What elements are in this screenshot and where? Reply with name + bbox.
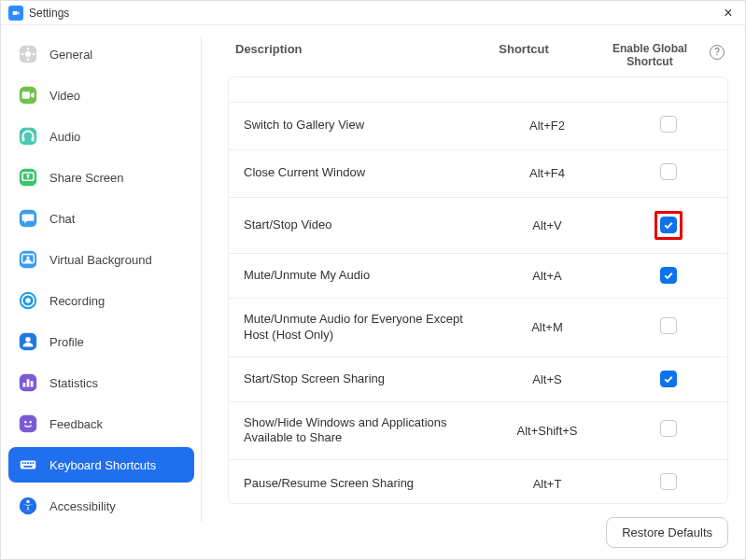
- sidebar-item-profile[interactable]: Profile: [8, 324, 194, 359]
- svg-rect-32: [24, 462, 26, 464]
- col-description: Description: [228, 42, 454, 56]
- svg-point-19: [25, 298, 31, 303]
- sidebar-item-share-screen[interactable]: Share Screen: [8, 160, 194, 195]
- svg-rect-26: [20, 415, 36, 432]
- shortcut-description: Start/Stop Screen Sharing: [244, 371, 477, 387]
- shortcut-key[interactable]: Alt+T: [477, 477, 617, 491]
- profile-icon: [18, 331, 38, 352]
- global-shortcut-checkbox[interactable]: [660, 116, 677, 133]
- svg-rect-34: [30, 462, 32, 464]
- global-shortcut-checkbox[interactable]: [660, 420, 677, 437]
- accessibility-icon: [18, 496, 38, 516]
- sidebar-item-feedback[interactable]: Feedback: [8, 406, 194, 441]
- global-cell: [617, 211, 720, 240]
- shortcut-key[interactable]: Alt+Shift+S: [477, 424, 617, 438]
- sidebar-item-label: Video: [49, 89, 80, 103]
- shortcut-key[interactable]: Alt+F2: [477, 119, 617, 133]
- sidebar-item-label: Audio: [49, 130, 80, 144]
- global-shortcut-checkbox[interactable]: [660, 317, 677, 334]
- col-global: Enable Global Shortcut: [594, 42, 706, 69]
- table-row: Pause/Resume Screen SharingAlt+T: [229, 460, 727, 503]
- svg-rect-7: [22, 91, 30, 98]
- svg-point-1: [25, 51, 31, 57]
- video-icon: [18, 85, 38, 105]
- sidebar-item-keyboard-shortcuts[interactable]: Keyboard Shortcuts: [8, 447, 194, 483]
- global-cell: [617, 267, 720, 285]
- sidebar-item-label: Share Screen: [49, 171, 124, 185]
- col-help: ?: [706, 42, 728, 60]
- sidebar-item-label: Keyboard Shortcuts: [49, 458, 156, 472]
- content-panel: Description Shortcut Enable Global Short…: [202, 25, 745, 559]
- svg-rect-35: [33, 462, 35, 464]
- sidebar-item-video[interactable]: Video: [8, 77, 194, 113]
- global-cell: [617, 371, 720, 388]
- shortcut-key[interactable]: Alt+V: [477, 218, 617, 232]
- keyboard-icon: [18, 455, 38, 475]
- shortcut-description: Start/Stop Video: [244, 217, 477, 233]
- svg-rect-33: [27, 462, 29, 464]
- sidebar-item-chat[interactable]: Chat: [8, 201, 194, 236]
- sidebar-item-audio[interactable]: Audio: [8, 119, 194, 154]
- sidebar-item-label: Virtual Background: [49, 253, 152, 267]
- sidebar-item-general[interactable]: General: [8, 36, 194, 72]
- stats-icon: [18, 372, 38, 393]
- gear-icon: [18, 44, 38, 64]
- shortcut-key[interactable]: Alt+M: [477, 320, 617, 334]
- global-cell: [617, 473, 720, 494]
- global-shortcut-checkbox[interactable]: [660, 163, 677, 180]
- table-row: Mute/Unmute My AudioAlt+A: [229, 254, 727, 299]
- help-icon[interactable]: ?: [710, 45, 725, 60]
- global-shortcut-checkbox[interactable]: [660, 217, 677, 233]
- svg-rect-24: [27, 379, 30, 386]
- shortcut-description: Show/Hide Windows and Applications Avail…: [244, 415, 477, 447]
- sidebar-item-label: General: [49, 48, 92, 62]
- sidebar-item-statistics[interactable]: Statistics: [8, 365, 194, 400]
- app-icon: [8, 6, 23, 21]
- svg-point-38: [26, 500, 29, 503]
- content-header: Description Shortcut Enable Global Short…: [228, 42, 728, 77]
- global-cell: [617, 163, 720, 184]
- chat-icon: [18, 208, 38, 229]
- global-cell: [617, 317, 720, 338]
- svg-rect-9: [22, 137, 25, 142]
- sidebar-item-label: Statistics: [49, 376, 98, 390]
- sidebar-item-label: Chat: [49, 212, 75, 226]
- table-row: Switch to Gallery ViewAlt+F2: [229, 103, 727, 150]
- global-shortcut-checkbox[interactable]: [660, 371, 677, 387]
- shortcut-key[interactable]: Alt+A: [477, 269, 617, 283]
- sidebar-item-accessibility[interactable]: Accessibility: [8, 488, 194, 524]
- svg-point-28: [30, 421, 32, 423]
- sidebar-item-label: Profile: [49, 335, 84, 349]
- svg-point-27: [24, 421, 26, 423]
- shortcut-list: Switch to Gallery ViewAlt+F2Close Curren…: [228, 77, 728, 504]
- sidebar: GeneralVideoAudioShare ScreenChatVirtual…: [1, 25, 202, 559]
- restore-defaults-button[interactable]: Restore Defaults: [606, 517, 728, 548]
- shortcut-description: Mute/Unmute My Audio: [244, 268, 477, 284]
- table-row: Start/Stop Screen SharingAlt+S: [229, 357, 727, 402]
- shortcut-key[interactable]: Alt+S: [477, 372, 617, 386]
- global-shortcut-checkbox[interactable]: [660, 473, 677, 490]
- virtual-bg-icon: [18, 249, 38, 270]
- sidebar-item-label: Accessibility: [49, 499, 116, 513]
- close-icon[interactable]: ×: [719, 5, 738, 21]
- titlebar: Settings ×: [1, 1, 745, 25]
- table-row: Mute/Unmute Audio for Everyone Except Ho…: [229, 299, 727, 357]
- window-title: Settings: [29, 7, 69, 20]
- svg-point-16: [26, 257, 29, 259]
- svg-rect-30: [21, 460, 36, 469]
- sidebar-item-recording[interactable]: Recording: [8, 283, 194, 318]
- footer: Restore Defaults: [228, 504, 728, 548]
- global-cell: [617, 116, 720, 136]
- svg-rect-31: [22, 462, 24, 464]
- highlight-annotation: [655, 211, 683, 240]
- shortcut-key[interactable]: Alt+F4: [477, 166, 617, 180]
- sidebar-item-virtual-background[interactable]: Virtual Background: [8, 242, 194, 277]
- feedback-icon: [18, 413, 38, 434]
- shortcut-description: Switch to Gallery View: [244, 118, 477, 133]
- table-row: Show/Hide Windows and Applications Avail…: [229, 402, 727, 461]
- global-shortcut-checkbox[interactable]: [660, 267, 677, 284]
- svg-rect-25: [31, 381, 34, 386]
- sidebar-item-label: Recording: [49, 294, 105, 308]
- shortcut-description: Mute/Unmute Audio for Everyone Except Ho…: [244, 312, 477, 343]
- svg-rect-23: [23, 383, 26, 387]
